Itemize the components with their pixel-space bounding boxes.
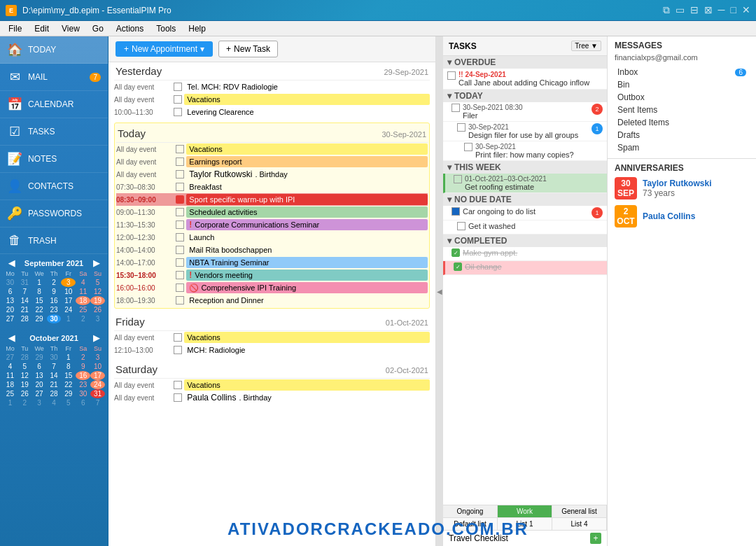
menu-actions[interactable]: Actions: [111, 22, 149, 35]
event-bar-sport[interactable]: Sport specific warm-up with IPI: [186, 194, 428, 205]
cal-next-oct[interactable]: ▶: [90, 333, 102, 343]
nav-calendar[interactable]: 📅 CALENDAR: [0, 91, 108, 118]
oct-2[interactable]: 2: [76, 353, 90, 362]
event-bar[interactable]: Tel. MCH: RDV Radiologie: [184, 81, 430, 92]
checkbox[interactable]: [174, 108, 182, 116]
task-checkbox-car[interactable]: [451, 207, 460, 216]
nav-today[interactable]: 🏠 TODAY: [0, 36, 108, 64]
oct-28[interactable]: 28: [47, 389, 62, 398]
oct-1[interactable]: 1: [61, 353, 76, 362]
oct-25[interactable]: 25: [3, 389, 18, 398]
menu-help[interactable]: Help: [183, 22, 211, 35]
cal-day-17sep[interactable]: 17: [61, 296, 76, 305]
checkbox[interactable]: [174, 381, 182, 389]
checkbox[interactable]: [176, 170, 184, 178]
oct-23[interactable]: 23: [76, 380, 90, 389]
checkbox[interactable]: [176, 183, 184, 191]
tab-list1[interactable]: List 1: [498, 517, 552, 530]
menu-go[interactable]: Go: [87, 22, 109, 35]
cal-day-11sep[interactable]: 11: [76, 287, 90, 296]
tb-minimize[interactable]: ─: [718, 4, 725, 16]
cal-day-10sep[interactable]: 10: [61, 287, 76, 296]
oct-29sep[interactable]: 29: [32, 353, 47, 362]
tb-close[interactable]: ✕: [742, 4, 750, 16]
oct-6nov[interactable]: 6: [76, 398, 90, 407]
menu-edit[interactable]: Edit: [29, 22, 55, 35]
tasks-scroll[interactable]: ▾ OVERDUE !! 24-Sep-2021 Call Jane about…: [443, 56, 607, 505]
cal-day-30aug[interactable]: 30: [3, 278, 18, 287]
nav-notes[interactable]: 📝 NOTES: [0, 146, 108, 173]
task-checkbox[interactable]: [451, 104, 460, 112]
task-item-gym[interactable]: ✓ Make gym appt.: [443, 247, 607, 261]
cal-day-5sep[interactable]: 5: [90, 278, 105, 287]
oct-30sep[interactable]: 30: [47, 353, 62, 362]
task-item-wash[interactable]: Get it washed: [443, 220, 607, 234]
checkbox[interactable]: [176, 208, 184, 216]
event-bar-ipi[interactable]: 🚫 Comprehensive IPI Training: [186, 282, 428, 293]
event-bar-vacations-today[interactable]: Vacations: [186, 144, 428, 155]
nav-passwords[interactable]: 🔑 PASSWORDS: [0, 200, 108, 227]
event-bar-birthday-taylor[interactable]: Taylor Rutkowski. Birthday: [186, 169, 428, 180]
cal-day-12sep[interactable]: 12: [90, 287, 105, 296]
cal-day-4sep[interactable]: 4: [76, 278, 90, 287]
checkbox[interactable]: [176, 246, 184, 254]
event-bar[interactable]: Levering Clearence: [184, 106, 430, 118]
menu-tools[interactable]: Tools: [150, 22, 181, 35]
cal-day-25sep[interactable]: 25: [76, 305, 90, 314]
cal-day-3sep[interactable]: 3: [61, 278, 76, 287]
msg-item-deleted[interactable]: Deleted Items: [615, 116, 749, 129]
oct-29[interactable]: 29: [61, 389, 76, 398]
msg-item-sent[interactable]: Sent Items: [615, 104, 749, 116]
task-checkbox[interactable]: [447, 71, 456, 80]
cal-day-31aug[interactable]: 31: [18, 278, 32, 287]
event-bar-scheduled[interactable]: Scheduled activities: [186, 206, 428, 218]
cal-day-2sep[interactable]: 2: [47, 278, 62, 287]
cal-day-1oct[interactable]: 1: [61, 314, 76, 323]
checkbox[interactable]: [176, 258, 184, 267]
cal-day-22sep[interactable]: 22: [32, 305, 47, 314]
nav-contacts[interactable]: 👤 CONTACTS: [0, 173, 108, 200]
checkbox[interactable]: [176, 145, 184, 153]
cal-day-26sep[interactable]: 26: [90, 305, 105, 314]
checkbox[interactable]: [174, 95, 182, 104]
oct-3nov[interactable]: 3: [32, 398, 47, 407]
tb-icon2[interactable]: ▭: [676, 4, 685, 16]
taylor-name-link[interactable]: Taylor Rutkowski: [643, 178, 711, 188]
nav-mail[interactable]: ✉ MAIL 7: [0, 64, 108, 91]
tab-work[interactable]: Work: [498, 505, 552, 517]
taylor-link[interactable]: Taylor Rutkowski: [189, 169, 252, 179]
oct-12[interactable]: 12: [18, 371, 32, 380]
msg-item-inbox[interactable]: Inbox 6: [615, 66, 749, 78]
oct-28sep[interactable]: 28: [18, 353, 32, 362]
cal-day-30sep[interactable]: 30: [47, 314, 62, 323]
task-checkbox-wash[interactable]: [457, 222, 465, 230]
task-item-filer[interactable]: 30-Sep-2021 08:30 Filer 2: [443, 102, 607, 122]
oct-17[interactable]: 17: [90, 371, 105, 380]
event-bar-mch[interactable]: MCH: Radiologie: [184, 344, 430, 356]
oct-9[interactable]: 9: [76, 362, 90, 371]
cal-day-7sep[interactable]: 7: [18, 287, 32, 296]
oct-4[interactable]: 4: [3, 362, 18, 371]
checkbox[interactable]: [176, 271, 184, 279]
oct-22[interactable]: 22: [61, 380, 76, 389]
nav-trash[interactable]: 🗑 TRASH: [0, 227, 108, 254]
cal-day-16sep[interactable]: 16: [47, 296, 62, 305]
task-checkbox-gym[interactable]: ✓: [451, 248, 460, 257]
oct-6[interactable]: 6: [32, 362, 47, 371]
event-bar-vendors[interactable]: ! Vendors meeting: [186, 270, 428, 281]
event-bar-earnings[interactable]: Earnings report: [186, 156, 428, 167]
cal-prev-sep[interactable]: ◀: [6, 258, 18, 268]
oct-8[interactable]: 8: [61, 362, 76, 371]
cal-day-21sep[interactable]: 21: [18, 305, 32, 314]
oct-2nov[interactable]: 2: [18, 398, 32, 407]
oct-7nov[interactable]: 7: [90, 398, 105, 407]
event-bar-vacations-fri[interactable]: Vacations: [184, 332, 430, 343]
task-checkbox[interactable]: [457, 123, 465, 132]
cal-prev-oct[interactable]: ◀: [6, 333, 18, 343]
checkbox[interactable]: [176, 233, 184, 241]
tab-general[interactable]: General list: [552, 505, 607, 517]
cal-day-3oct[interactable]: 3: [90, 314, 105, 323]
cal-next-sep[interactable]: ▶: [90, 258, 102, 268]
tb-icon4[interactable]: ⊠: [704, 4, 713, 16]
menu-file[interactable]: File: [3, 22, 27, 35]
